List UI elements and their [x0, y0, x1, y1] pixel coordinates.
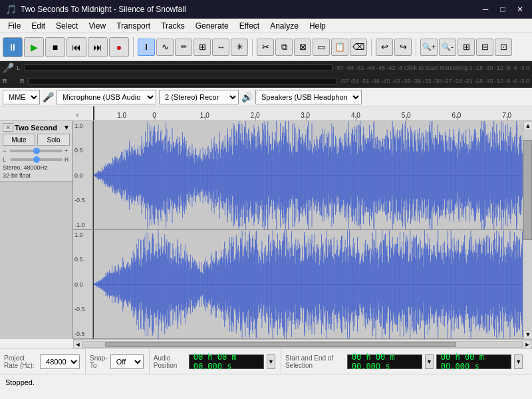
- track-name: Two Second: [15, 124, 62, 132]
- volume-slider[interactable]: [10, 150, 63, 152]
- audio-position-dropdown[interactable]: ▼: [267, 354, 275, 369]
- tool-multi[interactable]: ✳: [231, 39, 248, 56]
- tool-time[interactable]: ↔: [212, 39, 229, 56]
- close-button[interactable]: ✕: [513, 3, 527, 15]
- input-vu-row: 🎤 L -57 -54 -51 -48 -45 -42 -3 Click to …: [0, 61, 532, 74]
- play-button[interactable]: ▶: [24, 37, 44, 57]
- minimize-button[interactable]: ─: [479, 3, 492, 15]
- wave-scale-1: 1.0 0.5 0.0 -0.5 -1.0: [73, 121, 93, 229]
- selection-start-dropdown[interactable]: ▼: [425, 354, 434, 369]
- volume-row: − +: [3, 148, 70, 154]
- selection-section: Start and End of Selection 00 h 00 m 00.…: [285, 349, 528, 374]
- transport-group: ⏸ ▶ ■ ⏮ ⏭ ●: [3, 37, 134, 57]
- vu-r-spacer: R: [3, 78, 17, 84]
- vertical-scrollbar[interactable]: ▲ ▼: [523, 121, 532, 339]
- scroll-down-button[interactable]: ▼: [523, 330, 532, 339]
- h-scroll-thumb[interactable]: [105, 342, 456, 347]
- menu-generate[interactable]: Generate: [190, 20, 234, 32]
- vu-monitor-label: -57 -54 -51 -48 -45 -42 -3 Click to Star…: [335, 65, 529, 71]
- menu-file[interactable]: File: [3, 20, 26, 32]
- tick-2: 2.0: [230, 112, 281, 119]
- mute-button[interactable]: Mute: [3, 134, 35, 146]
- tool-redo[interactable]: ↪: [394, 39, 412, 56]
- pan-row: L R: [3, 156, 70, 163]
- input-vu-meter-l: [25, 65, 332, 71]
- input-mic-icon[interactable]: 🎤: [3, 63, 14, 73]
- input-vu-meter-r: [28, 78, 337, 84]
- scroll-track[interactable]: [523, 130, 532, 330]
- waveform-canvas-1[interactable]: [93, 121, 523, 229]
- menu-transport[interactable]: Transport: [111, 20, 156, 32]
- tools-group-3: ↩ ↪: [376, 39, 416, 56]
- vol-plus-label: +: [65, 148, 70, 154]
- skip-fwd-button[interactable]: ⏭: [88, 37, 108, 57]
- tool-draw[interactable]: ✏: [175, 39, 192, 56]
- pause-button[interactable]: ⏸: [3, 37, 23, 57]
- tick-0: 0: [129, 112, 180, 119]
- tool-zoom-fit[interactable]: ⊟: [476, 39, 493, 56]
- tool-silence[interactable]: ▭: [313, 39, 330, 56]
- vu-scale-label: -57 -54 -51 -48 -45 -42 -39 -36 -33 -30 …: [340, 78, 529, 84]
- menu-view[interactable]: View: [83, 20, 111, 32]
- snap-to-section: Snap-To Off: [90, 349, 150, 374]
- tool-paste2[interactable]: 📋: [331, 39, 348, 56]
- mic-icon: 🎤: [43, 92, 54, 102]
- tools-group-1: I ∿ ✏ ⊞ ↔ ✳: [138, 39, 253, 56]
- scroll-right-button[interactable]: ►: [523, 340, 532, 349]
- record-button[interactable]: ●: [109, 37, 129, 57]
- track-panel: ✕ Two Second ▼ Mute Solo − + L: [0, 121, 73, 339]
- h-scroll-track[interactable]: [82, 341, 523, 348]
- tool-cut[interactable]: ✂: [257, 39, 274, 56]
- waveform-canvas-2[interactable]: [93, 230, 523, 338]
- scroll-left-button[interactable]: ◄: [73, 340, 82, 349]
- menu-analyze[interactable]: Analyze: [265, 20, 304, 32]
- snap-to-select[interactable]: Off: [110, 354, 144, 369]
- output-device-select[interactable]: Speakers (USB Headphone: [255, 90, 362, 104]
- input-device-select[interactable]: Microphone (USB Audio C(: [57, 90, 156, 104]
- tool-undo[interactable]: ↩: [376, 39, 393, 56]
- pan-slider[interactable]: [10, 158, 63, 161]
- audio-position-label: Audio Position: [154, 354, 186, 369]
- cursor-line-1: [93, 121, 94, 229]
- project-rate-select[interactable]: 48000: [40, 354, 80, 369]
- menu-select[interactable]: Select: [51, 20, 83, 32]
- scroll-thumb[interactable]: [523, 140, 532, 240]
- tool-envelope[interactable]: ∿: [156, 39, 174, 56]
- selection-end-dropdown[interactable]: ▼: [514, 354, 523, 369]
- menu-edit[interactable]: Edit: [26, 20, 51, 32]
- selection-end-display: 00 h 00 m 00.000 s: [436, 354, 511, 369]
- tool-ibeam[interactable]: I: [138, 39, 155, 56]
- stop-button[interactable]: ■: [45, 37, 65, 57]
- solo-button[interactable]: Solo: [37, 134, 70, 146]
- track-close-button[interactable]: ✕: [3, 123, 13, 132]
- scroll-up-button[interactable]: ▲: [523, 121, 532, 130]
- menu-help[interactable]: Help: [304, 20, 331, 32]
- menu-effect[interactable]: Effect: [234, 20, 265, 32]
- tool-copy2[interactable]: ⧉: [275, 39, 293, 56]
- track-info: Stereo, 48000Hz 32-bit float: [3, 164, 70, 180]
- skip-back-button[interactable]: ⏮: [66, 37, 86, 57]
- input-vu-row2: R R -57 -54 -51 -48 -45 -42 -39 -36 -33 …: [0, 74, 532, 88]
- waveform-channel-1[interactable]: 1.0 0.5 0.0 -0.5 -1.0: [73, 121, 523, 230]
- tool-zoom-out[interactable]: 🔍-: [439, 39, 456, 56]
- tool-zoom-in[interactable]: 🔍+: [420, 39, 438, 56]
- tool-zoom-all[interactable]: ⊡: [495, 39, 512, 56]
- project-rate-section: Project Rate (Hz): 48000: [4, 349, 86, 374]
- pan-r-label: R: [65, 156, 70, 163]
- menu-tracks[interactable]: Tracks: [156, 20, 190, 32]
- volume-thumb[interactable]: [33, 148, 40, 154]
- waveform-channel-2[interactable]: 1.0 0.5 0.0 -0.5 -0.5: [73, 230, 523, 339]
- tool-trim[interactable]: ⊠: [294, 39, 311, 56]
- maximize-button[interactable]: □: [496, 3, 509, 15]
- channels-select[interactable]: 2 (Stereo) Recor: [159, 90, 239, 104]
- track-expand-button[interactable]: ▼: [63, 124, 70, 131]
- horizontal-scrollbar[interactable]: ◄ ►: [73, 339, 532, 348]
- host-select[interactable]: MME: [3, 90, 40, 104]
- tool-zoom-sel[interactable]: ⊞: [458, 39, 475, 56]
- tool-del[interactable]: ⌫: [350, 39, 367, 56]
- track-header: ✕ Two Second ▼ Mute Solo − + L: [0, 121, 72, 182]
- track-stereo-info: Stereo, 48000Hz: [3, 164, 70, 172]
- tool-zoom[interactable]: ⊞: [194, 39, 211, 56]
- pan-thumb[interactable]: [33, 156, 40, 163]
- tick-3: 3.0: [280, 112, 331, 119]
